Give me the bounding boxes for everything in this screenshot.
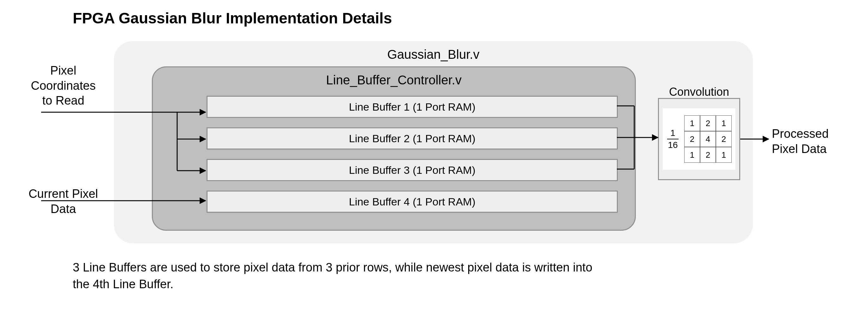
module-label: Line_Buffer_Controller.v: [153, 73, 635, 87]
kernel-grid: 1 2 1 2 4 2 1 2 1: [684, 115, 732, 163]
line-buffer-2: Line Buffer 2 (1 Port RAM): [207, 127, 618, 150]
label-processed-pixel-data: Processed Pixel Data: [772, 126, 860, 156]
label-current-pixel-data: Current Pixel Data: [19, 187, 107, 217]
diagram-page: FPGA Gaussian Blur Implementation Detail…: [0, 0, 868, 323]
line-buffer-4: Line Buffer 4 (1 Port RAM): [207, 191, 618, 213]
label-pixel-coordinates: Pixel Coordinates to Read: [19, 63, 107, 108]
kernel-cell: 1: [716, 147, 732, 163]
label-line: Data: [19, 202, 107, 217]
convolution-kernel-panel: 1 16 1 2 1 2 4 2 1 2 1: [663, 108, 736, 170]
line-buffer-1: Line Buffer 1 (1 Port RAM): [207, 96, 618, 118]
label-line: Processed: [772, 126, 860, 141]
convolution-label: Convolution: [658, 85, 740, 99]
kernel-cell: 2: [700, 147, 716, 163]
kernel-cell: 1: [684, 115, 700, 131]
caption-text: 3 Line Buffers are used to store pixel d…: [73, 259, 611, 293]
kernel-scale-fraction: 1 16: [664, 128, 681, 150]
line-buffer-3: Line Buffer 3 (1 Port RAM): [207, 159, 618, 181]
line-buffer-controller-module: Line_Buffer_Controller.v Line Buffer 1 (…: [152, 66, 636, 231]
convolution-block: 1 16 1 2 1 2 4 2 1 2 1: [658, 98, 740, 180]
kernel-cell: 2: [716, 131, 732, 147]
kernel-cell: 1: [716, 115, 732, 131]
kernel-cell: 1: [684, 147, 700, 163]
module-label: Gaussian_Blur.v: [114, 47, 753, 62]
label-line: Coordinates: [19, 78, 107, 94]
label-line: Current Pixel: [19, 187, 107, 202]
page-title: FPGA Gaussian Blur Implementation Detail…: [73, 9, 392, 27]
kernel-cell: 2: [700, 115, 716, 131]
kernel-cell: 2: [684, 131, 700, 147]
gaussian-blur-module: Gaussian_Blur.v Line_Buffer_Controller.v…: [114, 41, 753, 244]
label-line: to Read: [19, 93, 107, 108]
fraction-denominator: 16: [668, 139, 678, 150]
kernel-cell: 4: [700, 131, 716, 147]
label-line: Pixel: [19, 63, 107, 78]
label-line: Pixel Data: [772, 141, 860, 157]
fraction-numerator: 1: [670, 128, 675, 139]
